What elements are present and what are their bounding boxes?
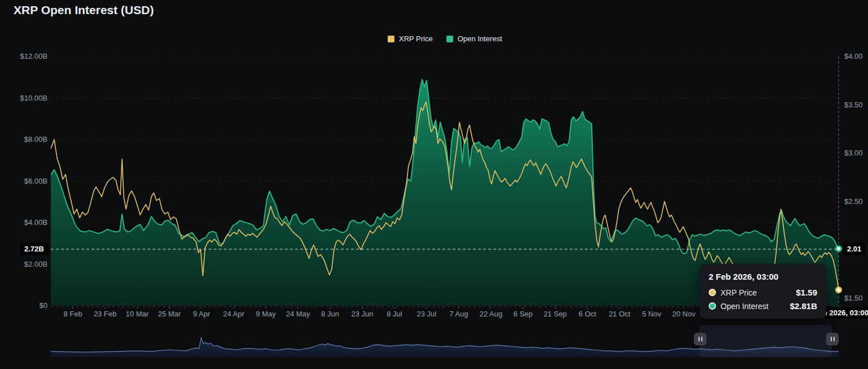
open-interest-swatch-icon — [446, 36, 453, 42]
tooltip-date: 2 Feb 2026, 03:00 — [709, 272, 817, 281]
right-axis-label: $3.00 — [844, 149, 863, 157]
left-axis-label: $0 — [0, 301, 47, 310]
open-interest-dot-icon — [709, 302, 716, 310]
left-axis-label: $12.00B — [0, 52, 47, 60]
legend: XRP Price Open Interest — [388, 34, 502, 43]
xrp-price-marker-icon — [836, 288, 841, 293]
open-interest-marker-icon — [836, 246, 841, 251]
legend-item-xrp-price[interactable]: XRP Price — [388, 34, 433, 43]
right-axis-label: $2.50 — [844, 197, 863, 206]
xrp-price-swatch-icon — [388, 36, 394, 42]
navigator-left-handle-icon[interactable] — [694, 333, 706, 345]
navigator-selection[interactable] — [700, 325, 832, 357]
page-title: XRP Open Interest (USD) — [14, 3, 154, 17]
legend-label: XRP Price — [399, 34, 433, 43]
tooltip-label: Open Interest — [721, 302, 785, 311]
chart-tooltip: 2 Feb 2026, 03:00 XRP Price $1.59 Open I… — [700, 264, 826, 319]
left-axis-label: $8.00B — [0, 135, 47, 144]
price-crosshair-badge: 2.01 — [843, 243, 865, 255]
right-axis-label: $1.50 — [844, 294, 863, 302]
tooltip-value: $1.59 — [796, 288, 817, 297]
left-axis-label: $6.00B — [0, 177, 47, 185]
tooltip-label: XRP Price — [721, 288, 791, 297]
tooltip-value: $2.81B — [790, 301, 817, 311]
right-axis-label: $4.00 — [844, 52, 863, 60]
left-axis-label: $4.00B — [0, 218, 47, 227]
left-axis-label: $10.00B — [0, 94, 47, 102]
right-axis-label: $3.50 — [844, 101, 863, 109]
navigator-right-handle-icon[interactable] — [826, 333, 839, 345]
left-axis-label: $2.00B — [0, 260, 47, 268]
chart-panel: XRP Open Interest (USD) XRP Price Open I… — [0, 0, 868, 369]
xrp-price-dot-icon — [709, 289, 716, 296]
tooltip-row-open-interest: Open Interest $2.81B — [709, 301, 817, 311]
oi-crosshair-badge: 2.72B — [20, 243, 48, 255]
x-axis-label: 20 Nov — [664, 310, 704, 318]
legend-item-open-interest[interactable]: Open Interest — [446, 34, 502, 43]
legend-label: Open Interest — [458, 34, 502, 43]
tooltip-row-xrp-price: XRP Price $1.59 — [709, 288, 817, 297]
